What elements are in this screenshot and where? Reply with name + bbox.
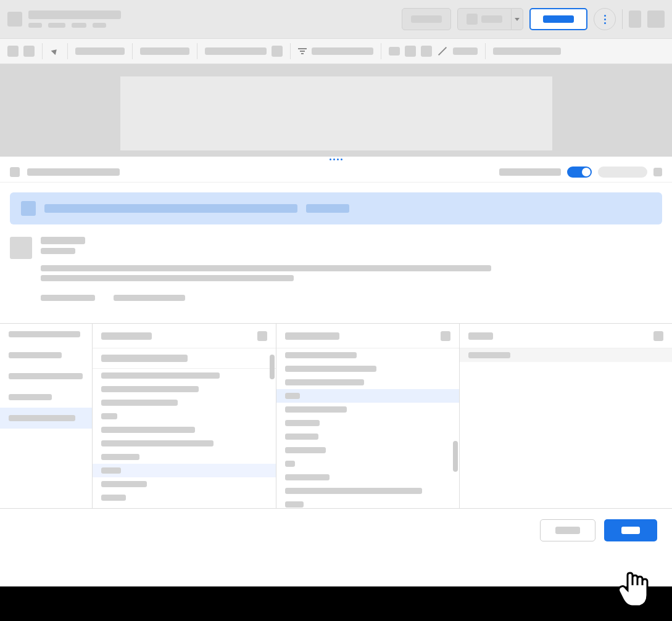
scrollbar[interactable] <box>453 441 458 472</box>
dialog-content <box>0 183 672 323</box>
col2-search[interactable] <box>101 355 188 362</box>
list-item[interactable] <box>0 387 92 408</box>
undo-icon[interactable] <box>7 46 19 57</box>
redo-icon[interactable] <box>23 46 35 57</box>
list-item[interactable] <box>276 443 459 457</box>
list-item[interactable] <box>93 423 276 437</box>
col4-header <box>468 332 493 340</box>
cancel-button[interactable] <box>540 519 595 541</box>
border-icon[interactable] <box>421 46 432 57</box>
search-banner <box>10 192 662 224</box>
list-item[interactable] <box>0 366 92 387</box>
search-hint <box>306 204 349 213</box>
filter-icon[interactable] <box>298 48 307 54</box>
list-item[interactable] <box>276 376 459 389</box>
format-toolbar <box>0 38 672 64</box>
list-item[interactable] <box>0 324 92 345</box>
list-item[interactable] <box>276 348 459 362</box>
expand-icon[interactable] <box>257 331 267 341</box>
menubar <box>0 0 672 38</box>
doc-title <box>28 10 121 19</box>
size-select[interactable] <box>205 47 267 55</box>
more-menu-button[interactable] <box>594 8 616 30</box>
style-select[interactable] <box>75 47 125 55</box>
array-toggle[interactable] <box>567 167 592 178</box>
sidebar-toggle-icon[interactable] <box>629 10 641 28</box>
strikethrough-icon[interactable] <box>438 47 447 56</box>
text-color[interactable] <box>453 47 478 55</box>
ok-button[interactable] <box>604 519 657 541</box>
status-pill <box>598 167 647 178</box>
list-item[interactable] <box>276 471 459 484</box>
menu-view[interactable] <box>72 23 86 28</box>
list-item[interactable] <box>276 416 459 430</box>
mode-button[interactable] <box>402 8 451 30</box>
more-options[interactable] <box>493 47 561 55</box>
pointer-icon[interactable] <box>50 46 60 56</box>
menu-file[interactable] <box>28 23 42 28</box>
list-item[interactable] <box>93 450 276 464</box>
search-icon <box>21 201 36 216</box>
list-item[interactable] <box>93 369 276 382</box>
list-item[interactable] <box>0 408 92 429</box>
dialog-footer <box>0 508 672 551</box>
list-item[interactable] <box>276 457 459 471</box>
close-icon[interactable] <box>653 168 662 176</box>
list-item[interactable] <box>276 403 459 416</box>
fn-category <box>41 248 75 254</box>
bold-icon[interactable] <box>272 46 283 57</box>
list-item[interactable] <box>93 464 276 477</box>
fill-icon[interactable] <box>405 46 416 57</box>
list-item[interactable] <box>93 437 276 450</box>
avatar[interactable] <box>647 10 665 28</box>
list-item[interactable] <box>93 409 276 423</box>
fn-desc-2 <box>41 275 294 281</box>
list-item[interactable] <box>276 430 459 443</box>
function-icon <box>10 237 32 259</box>
col2-header <box>101 332 152 340</box>
fn-meta-2 <box>114 295 185 301</box>
filter-label <box>312 47 373 55</box>
list-item[interactable] <box>276 362 459 376</box>
chevron-down-icon[interactable] <box>511 8 523 30</box>
separator <box>622 9 623 29</box>
list-item[interactable] <box>93 382 276 396</box>
menu-edit[interactable] <box>48 23 65 28</box>
list-item[interactable] <box>0 345 92 366</box>
share-button[interactable] <box>529 8 587 30</box>
fn-name <box>41 237 85 244</box>
page-preview <box>120 76 552 150</box>
dialog-header <box>0 162 672 183</box>
list-item[interactable] <box>93 491 276 504</box>
function-result <box>10 234 662 303</box>
list-item[interactable] <box>93 477 276 491</box>
list-item[interactable] <box>460 348 672 362</box>
hand-cursor-icon <box>615 568 658 617</box>
scrollbar[interactable] <box>270 355 275 379</box>
title-area <box>28 10 396 28</box>
zoom-dropdown[interactable] <box>457 8 523 30</box>
fn-desc-1 <box>41 265 491 271</box>
app-icon <box>7 12 22 27</box>
document-canvas <box>0 64 672 157</box>
dialog-icon <box>10 167 20 177</box>
zoom-icon <box>467 14 478 25</box>
toggle-label <box>499 168 561 176</box>
expand-icon[interactable] <box>441 331 450 341</box>
menu-help[interactable] <box>93 23 106 28</box>
list-item[interactable] <box>276 389 459 403</box>
panel-drag-handle[interactable] <box>0 157 672 162</box>
dialog-title <box>27 168 120 176</box>
col3-header <box>285 332 339 340</box>
expand-icon[interactable] <box>653 331 663 341</box>
search-text[interactable] <box>44 204 297 213</box>
fn-meta-1 <box>41 295 95 301</box>
list-item[interactable] <box>276 484 459 498</box>
list-item[interactable] <box>93 396 276 409</box>
align-icon[interactable] <box>389 47 400 56</box>
font-select[interactable] <box>140 47 189 55</box>
